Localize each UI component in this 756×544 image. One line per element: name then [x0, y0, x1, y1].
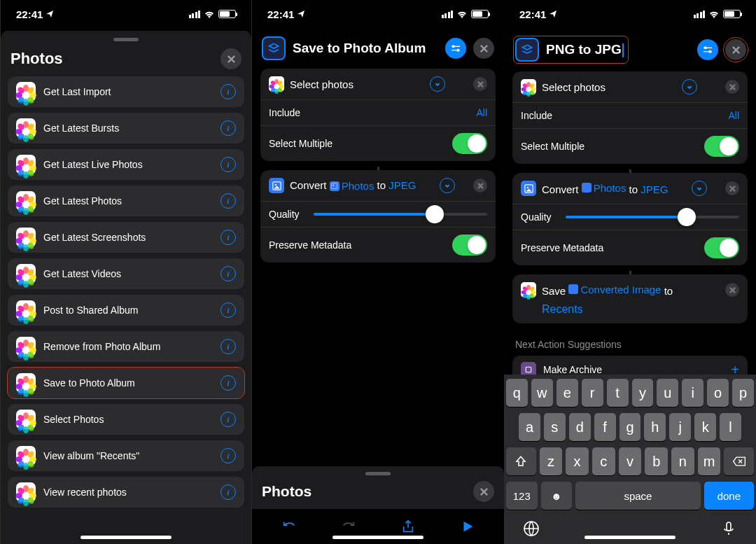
home-indicator[interactable] [332, 536, 424, 539]
delete-step-button[interactable] [473, 77, 487, 91]
info-icon[interactable]: i [220, 484, 236, 500]
delete-step-button[interactable] [725, 181, 739, 195]
undo-button[interactable] [278, 515, 300, 538]
settings-button[interactable] [697, 39, 718, 60]
key-m[interactable]: m [698, 447, 721, 475]
info-icon[interactable]: i [220, 375, 236, 391]
mic-icon[interactable] [720, 520, 737, 537]
save-source-var[interactable]: Converted Image [580, 284, 661, 295]
sheet-grabber[interactable] [113, 38, 139, 41]
select-multiple-toggle[interactable] [704, 136, 739, 157]
action-save-to-photo-album[interactable]: Save to Photo Albumi [8, 368, 244, 398]
sheet-close-button[interactable] [473, 481, 494, 502]
action-view-album-recents-[interactable]: View album "Recents"i [8, 440, 244, 471]
key-c[interactable]: c [592, 447, 615, 475]
key-d[interactable]: d [569, 413, 591, 441]
info-icon[interactable]: i [220, 339, 236, 354]
quality-slider[interactable] [314, 213, 487, 216]
convert-format[interactable]: JPEG [388, 179, 416, 191]
redo-button[interactable] [337, 515, 360, 538]
key-z[interactable]: z [540, 447, 563, 475]
home-indicator[interactable] [584, 536, 676, 539]
key-space[interactable]: space [575, 482, 700, 510]
collapse-toggle[interactable] [682, 79, 697, 95]
action-select-photos[interactable]: Select Photosi [8, 404, 244, 435]
close-button[interactable] [725, 39, 746, 60]
key-numbers[interactable]: 123 [506, 482, 538, 510]
run-button[interactable] [456, 515, 479, 538]
delete-step-button[interactable] [725, 283, 739, 297]
delete-step-button[interactable] [473, 179, 487, 193]
key-p[interactable]: p [732, 379, 754, 407]
action-get-latest-bursts[interactable]: Get Latest Burstsi [8, 113, 244, 144]
include-value[interactable]: All [728, 110, 739, 121]
key-x[interactable]: x [566, 447, 589, 475]
key-w[interactable]: w [531, 379, 553, 407]
action-get-last-import[interactable]: Get Last Importi [8, 76, 244, 107]
key-emoji[interactable]: ☻ [541, 482, 573, 510]
key-l[interactable]: l [720, 413, 741, 441]
key-t[interactable]: t [607, 379, 629, 407]
key-e[interactable]: e [556, 379, 578, 407]
key-backspace[interactable] [724, 447, 754, 475]
key-k[interactable]: k [694, 413, 716, 441]
key-o[interactable]: o [707, 379, 729, 407]
key-h[interactable]: h [644, 413, 666, 441]
action-get-latest-live-photos[interactable]: Get Latest Live Photosi [8, 149, 244, 180]
close-button[interactable] [473, 38, 494, 59]
share-button[interactable] [397, 515, 419, 538]
info-icon[interactable]: i [220, 84, 236, 99]
action-post-to-shared-album[interactable]: Post to Shared Albumi [8, 295, 244, 326]
select-multiple-toggle[interactable] [452, 133, 487, 154]
key-done[interactable]: done [704, 482, 754, 510]
collapse-toggle[interactable] [430, 76, 445, 92]
key-f[interactable]: f [594, 413, 616, 441]
sheet-grabber[interactable] [365, 472, 391, 475]
action-get-latest-photos[interactable]: Get Latest Photosi [8, 186, 244, 216]
shortcut-title-input[interactable]: PNG to JPG [546, 42, 624, 57]
info-icon[interactable]: i [220, 302, 236, 318]
save-destination[interactable]: Recents [521, 303, 739, 316]
key-n[interactable]: n [671, 447, 694, 475]
collapse-toggle[interactable] [440, 178, 455, 193]
globe-icon[interactable] [523, 520, 540, 537]
shortcut-icon[interactable] [262, 36, 286, 60]
action-view-recent-photos[interactable]: View recent photosi [8, 477, 244, 508]
key-a[interactable]: a [519, 413, 540, 441]
quality-slider[interactable] [566, 216, 739, 218]
key-shift[interactable] [506, 447, 536, 475]
action-remove-from-photo-album[interactable]: Remove from Photo Albumi [8, 331, 244, 362]
info-icon[interactable]: i [220, 448, 236, 463]
shortcut-icon[interactable] [515, 38, 539, 62]
info-icon[interactable]: i [220, 120, 236, 136]
preserve-metadata-toggle[interactable] [704, 237, 739, 258]
shortcut-title[interactable]: Save to Photo Album [293, 41, 438, 56]
key-y[interactable]: y [632, 379, 654, 407]
include-value[interactable]: All [476, 107, 487, 118]
info-icon[interactable]: i [220, 193, 236, 209]
action-get-latest-videos[interactable]: Get Latest Videosi [8, 258, 244, 289]
convert-source-var[interactable]: Photos [594, 182, 626, 194]
info-icon[interactable]: i [220, 157, 236, 172]
delete-step-button[interactable] [725, 80, 739, 94]
key-v[interactable]: v [619, 447, 642, 475]
key-s[interactable]: s [544, 413, 566, 441]
info-icon[interactable]: i [220, 412, 236, 427]
action-get-latest-screenshots[interactable]: Get Latest Screenshotsi [8, 222, 244, 253]
close-button[interactable] [220, 48, 241, 69]
convert-source-var[interactable]: Photos [342, 180, 374, 192]
key-b[interactable]: b [645, 447, 668, 475]
convert-format[interactable]: JPEG [640, 183, 668, 195]
info-icon[interactable]: i [220, 266, 236, 281]
collapse-toggle[interactable] [692, 181, 707, 196]
settings-button[interactable] [445, 38, 466, 59]
info-icon[interactable]: i [220, 230, 236, 245]
suggestion-make-archive[interactable]: Make Archive+ [512, 356, 748, 375]
key-j[interactable]: j [669, 413, 691, 441]
key-u[interactable]: u [657, 379, 678, 407]
key-q[interactable]: q [506, 379, 528, 407]
key-g[interactable]: g [620, 413, 641, 441]
home-indicator[interactable] [80, 536, 172, 539]
key-r[interactable]: r [582, 379, 603, 407]
preserve-metadata-toggle[interactable] [452, 235, 487, 256]
